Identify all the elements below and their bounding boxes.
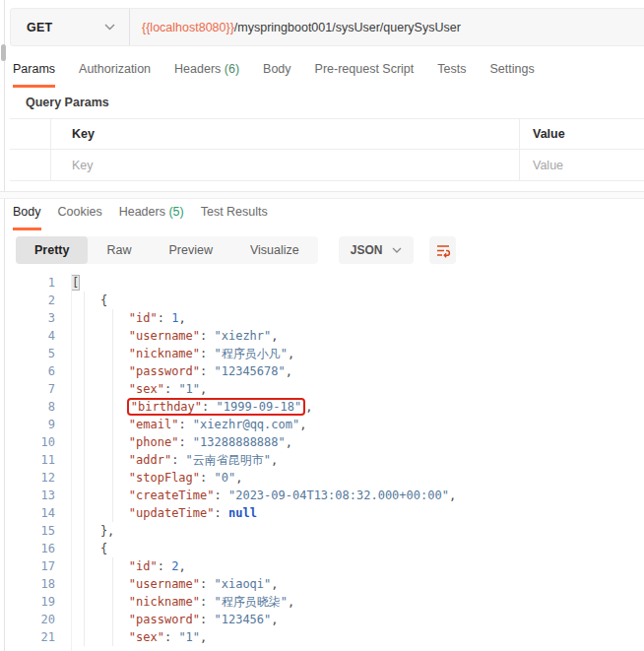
line-number: 21 [10, 628, 63, 646]
line-number: 17 [10, 557, 63, 575]
view-pretty-button[interactable]: Pretty [16, 236, 88, 264]
line-number: 6 [10, 362, 63, 380]
query-params-title: Query Params [26, 96, 109, 109]
panel-divider [4, 0, 5, 651]
tab-tests[interactable]: Tests [437, 62, 466, 88]
code-lines: 1[2 {3 "id": 1,4 "username": "xiezhr",5 … [10, 274, 644, 646]
headers-count: (6) [225, 62, 239, 76]
line-number: 19 [10, 593, 63, 611]
code-line: 17 "id": 2, [10, 557, 644, 575]
line-number: 4 [10, 327, 63, 345]
line-number: 10 [10, 433, 63, 451]
code-line: 1[ [10, 274, 644, 292]
response-headers-count: (5) [168, 205, 183, 219]
tab-response-headers[interactable]: Headers (5) [119, 205, 184, 230]
request-url-bar: GET {{localhost8080}}/myspringboot001/sy… [10, 8, 644, 46]
line-number: 5 [10, 345, 63, 362]
code-line: 14 "updateTime": null [10, 504, 644, 522]
code-line: 19 "nickname": "程序员晓柒", [10, 593, 644, 611]
row-handle-cell [10, 119, 51, 149]
code-text: "password": "123456", [63, 611, 279, 628]
code-line: 16 { [10, 540, 644, 557]
code-line: 15 }, [10, 522, 644, 540]
code-line: 2 { [10, 292, 644, 309]
request-tabs: Params Authorization Headers (6) Body Pr… [13, 62, 535, 88]
code-line: 12 "stopFlag": "0", [10, 469, 644, 487]
row-handle-cell [10, 150, 51, 180]
code-line: 10 "phone": "13288888888", [10, 433, 644, 451]
chevron-down-icon [104, 24, 115, 31]
code-line: 8 "birthday": "1999-09-18", [10, 398, 644, 416]
code-line: 6 "password": "12345678", [10, 362, 644, 380]
line-number: 15 [10, 522, 63, 540]
line-number: 8 [10, 398, 63, 416]
view-visualize-button[interactable]: Visualize [231, 236, 318, 264]
line-number: 18 [10, 575, 63, 593]
line-number: 2 [10, 292, 63, 309]
code-text: "addr": "云南省昆明市", [63, 451, 278, 469]
code-text: "phone": "13288888888", [63, 433, 292, 451]
table-row: Key Value [10, 150, 644, 181]
code-line: 5 "nickname": "程序员小凡", [10, 345, 644, 362]
code-text: "stopFlag": "0", [63, 469, 242, 487]
indent-guide [84, 292, 85, 646]
line-number: 11 [10, 451, 63, 469]
code-line: 18 "username": "xiaoqi", [10, 575, 644, 593]
code-text: "username": "xiaoqi", [63, 575, 279, 593]
code-text: "email": "xiezhr@qq.com", [63, 416, 306, 433]
tab-test-results[interactable]: Test Results [201, 205, 268, 230]
tab-response-body[interactable]: Body [13, 205, 41, 230]
tab-params[interactable]: Params [13, 62, 55, 88]
code-line: 11 "addr": "云南省昆明市", [10, 451, 644, 469]
code-text: "id": 2, [63, 557, 186, 575]
code-text: { [63, 540, 107, 557]
line-number: 14 [10, 504, 63, 522]
tab-cookies[interactable]: Cookies [58, 205, 102, 230]
key-input[interactable]: Key [51, 150, 520, 180]
url-variable: {{localhost8080}} [142, 21, 234, 34]
line-number: 1 [10, 274, 63, 292]
code-text: { [63, 292, 107, 309]
scrollbar-thumb[interactable] [1, 44, 6, 61]
code-line: 13 "createTime": "2023-09-04T13:08:32.00… [10, 487, 644, 504]
code-text: "nickname": "程序员小凡", [63, 345, 294, 362]
line-number: 20 [10, 611, 63, 628]
url-path: /myspringboot001/sysUser/querySysUser [234, 21, 461, 34]
code-line: 21 "sex": "1", [10, 628, 644, 646]
code-line: 7 "sex": "1", [10, 380, 644, 398]
code-line: 4 "username": "xiezhr", [10, 327, 644, 345]
view-raw-button[interactable]: Raw [88, 236, 150, 264]
url-input[interactable]: {{localhost8080}}/myspringboot001/sysUse… [130, 9, 644, 45]
tab-authorization[interactable]: Authorization [79, 62, 151, 88]
key-column-header: Key [51, 119, 520, 149]
tab-pre-request-script[interactable]: Pre-request Script [315, 62, 415, 88]
line-number: 12 [10, 469, 63, 487]
postman-request-panel: GET {{localhost8080}}/myspringboot001/sy… [0, 0, 644, 651]
code-text: "id": 1, [63, 309, 186, 327]
code-line: 20 "password": "123456", [10, 611, 644, 628]
pane-splitter[interactable] [0, 191, 644, 199]
code-text: "birthday": "1999-09-18", [63, 398, 312, 416]
indent-guide [112, 309, 113, 522]
response-toolbar: Pretty Raw Preview Visualize JSON [16, 236, 456, 264]
value-input[interactable]: Value [520, 150, 644, 180]
line-number: 13 [10, 487, 63, 504]
query-params-table: Key Value Key Value [10, 118, 644, 181]
table-header-row: Key Value [10, 118, 644, 150]
tab-settings[interactable]: Settings [489, 62, 534, 88]
wrap-text-button[interactable] [429, 236, 456, 264]
tab-body[interactable]: Body [263, 62, 291, 88]
annotation-red-box: "birthday": "1999-09-18" [129, 400, 303, 414]
indent-guide [112, 557, 113, 646]
response-tabs: Body Cookies Headers (5) Test Results [13, 205, 268, 230]
format-label: JSON [351, 243, 383, 257]
format-dropdown[interactable]: JSON [339, 236, 415, 264]
response-body-code: 1[2 {3 "id": 1,4 "username": "xiezhr",5 … [10, 274, 644, 651]
line-number: 7 [10, 380, 63, 398]
tab-headers[interactable]: Headers (6) [174, 62, 239, 88]
line-number: 9 [10, 416, 63, 433]
method-dropdown[interactable]: GET [11, 9, 130, 45]
view-preview-button[interactable]: Preview [150, 236, 230, 264]
code-text: "username": "xiezhr", [63, 327, 279, 345]
chevron-down-icon [392, 247, 402, 253]
